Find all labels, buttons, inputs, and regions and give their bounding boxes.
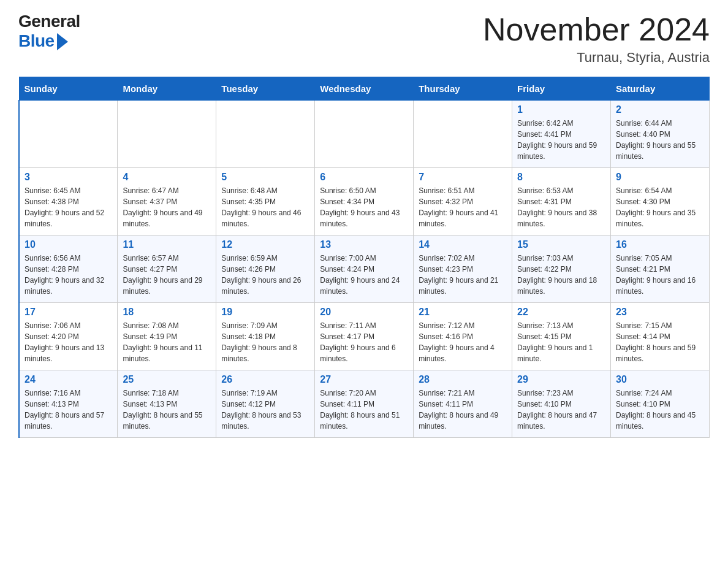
calendar-cell: 16Sunrise: 7:05 AMSunset: 4:21 PMDayligh…	[611, 236, 710, 303]
day-number: 10	[25, 239, 112, 250]
calendar-cell: 1Sunrise: 6:42 AMSunset: 4:41 PMDaylight…	[512, 101, 611, 168]
day-info: Sunrise: 6:57 AMSunset: 4:27 PMDaylight:…	[123, 253, 211, 297]
day-number: 23	[616, 307, 704, 318]
calendar-cell: 27Sunrise: 7:20 AMSunset: 4:11 PMDayligh…	[315, 370, 414, 438]
day-info: Sunrise: 7:18 AMSunset: 4:13 PMDaylight:…	[123, 388, 211, 432]
day-number: 28	[419, 374, 507, 385]
calendar-cell: 20Sunrise: 7:11 AMSunset: 4:17 PMDayligh…	[315, 303, 414, 370]
day-info: Sunrise: 7:20 AMSunset: 4:11 PMDaylight:…	[320, 388, 408, 432]
day-number: 20	[320, 307, 408, 318]
header-tuesday: Tuesday	[216, 77, 315, 101]
day-info: Sunrise: 6:44 AMSunset: 4:40 PMDaylight:…	[616, 118, 704, 162]
logo: General Blue	[18, 12, 80, 51]
header-thursday: Thursday	[414, 77, 512, 101]
calendar-cell: 15Sunrise: 7:03 AMSunset: 4:22 PMDayligh…	[512, 236, 611, 303]
day-info: Sunrise: 6:59 AMSunset: 4:26 PMDaylight:…	[221, 253, 309, 297]
day-number: 29	[517, 374, 605, 385]
day-info: Sunrise: 7:08 AMSunset: 4:19 PMDaylight:…	[123, 320, 211, 364]
calendar-table: SundayMondayTuesdayWednesdayThursdayFrid…	[18, 77, 710, 438]
calendar-cell: 10Sunrise: 6:56 AMSunset: 4:28 PMDayligh…	[19, 236, 118, 303]
calendar-week-row: 3Sunrise: 6:45 AMSunset: 4:38 PMDaylight…	[19, 168, 710, 236]
header-wednesday: Wednesday	[315, 77, 414, 101]
day-info: Sunrise: 6:54 AMSunset: 4:30 PMDaylight:…	[616, 185, 704, 229]
calendar-week-row: 24Sunrise: 7:16 AMSunset: 4:13 PMDayligh…	[19, 370, 710, 438]
logo-blue: Blue	[18, 31, 55, 51]
calendar-cell: 24Sunrise: 7:16 AMSunset: 4:13 PMDayligh…	[19, 370, 118, 438]
calendar-cell	[216, 101, 315, 168]
day-info: Sunrise: 7:02 AMSunset: 4:23 PMDaylight:…	[419, 253, 507, 297]
calendar-cell: 21Sunrise: 7:12 AMSunset: 4:16 PMDayligh…	[414, 303, 512, 370]
calendar-cell: 11Sunrise: 6:57 AMSunset: 4:27 PMDayligh…	[118, 236, 216, 303]
day-number: 7	[419, 172, 507, 183]
day-number: 17	[25, 307, 112, 318]
calendar-cell: 29Sunrise: 7:23 AMSunset: 4:10 PMDayligh…	[512, 370, 611, 438]
day-info: Sunrise: 6:45 AMSunset: 4:38 PMDaylight:…	[25, 185, 112, 229]
calendar-cell: 7Sunrise: 6:51 AMSunset: 4:32 PMDaylight…	[414, 168, 512, 236]
header-monday: Monday	[118, 77, 216, 101]
day-info: Sunrise: 7:09 AMSunset: 4:18 PMDaylight:…	[221, 320, 309, 364]
logo-arrow-icon	[57, 33, 68, 50]
calendar-cell: 18Sunrise: 7:08 AMSunset: 4:19 PMDayligh…	[118, 303, 216, 370]
day-number: 3	[25, 172, 112, 183]
header-friday: Friday	[512, 77, 611, 101]
day-number: 21	[419, 307, 507, 318]
calendar-header-row: SundayMondayTuesdayWednesdayThursdayFrid…	[19, 77, 710, 101]
calendar-cell: 19Sunrise: 7:09 AMSunset: 4:18 PMDayligh…	[216, 303, 315, 370]
calendar-cell: 2Sunrise: 6:44 AMSunset: 4:40 PMDaylight…	[611, 101, 710, 168]
calendar-cell	[414, 101, 512, 168]
day-number: 14	[419, 239, 507, 250]
day-number: 19	[221, 307, 309, 318]
day-info: Sunrise: 7:23 AMSunset: 4:10 PMDaylight:…	[517, 388, 605, 432]
day-info: Sunrise: 7:15 AMSunset: 4:14 PMDaylight:…	[616, 320, 704, 364]
day-number: 30	[616, 374, 704, 385]
calendar-cell: 8Sunrise: 6:53 AMSunset: 4:31 PMDaylight…	[512, 168, 611, 236]
day-info: Sunrise: 6:51 AMSunset: 4:32 PMDaylight:…	[419, 185, 507, 229]
day-number: 27	[320, 374, 408, 385]
calendar-cell: 12Sunrise: 6:59 AMSunset: 4:26 PMDayligh…	[216, 236, 315, 303]
day-number: 4	[123, 172, 211, 183]
day-info: Sunrise: 6:53 AMSunset: 4:31 PMDaylight:…	[517, 185, 605, 229]
calendar-cell	[315, 101, 414, 168]
title-block: November 2024 Turnau, Styria, Austria	[483, 12, 710, 66]
day-info: Sunrise: 7:24 AMSunset: 4:10 PMDaylight:…	[616, 388, 704, 432]
calendar-cell: 4Sunrise: 6:47 AMSunset: 4:37 PMDaylight…	[118, 168, 216, 236]
day-number: 22	[517, 307, 605, 318]
calendar-cell: 25Sunrise: 7:18 AMSunset: 4:13 PMDayligh…	[118, 370, 216, 438]
day-info: Sunrise: 7:12 AMSunset: 4:16 PMDaylight:…	[419, 320, 507, 364]
day-info: Sunrise: 7:03 AMSunset: 4:22 PMDaylight:…	[517, 253, 605, 297]
logo-general: General	[18, 12, 80, 31]
day-info: Sunrise: 7:13 AMSunset: 4:15 PMDaylight:…	[517, 320, 605, 364]
calendar-cell: 6Sunrise: 6:50 AMSunset: 4:34 PMDaylight…	[315, 168, 414, 236]
day-info: Sunrise: 7:00 AMSunset: 4:24 PMDaylight:…	[320, 253, 408, 297]
day-number: 13	[320, 239, 408, 250]
day-number: 8	[517, 172, 605, 183]
calendar-cell	[19, 101, 118, 168]
day-number: 16	[616, 239, 704, 250]
calendar-cell: 22Sunrise: 7:13 AMSunset: 4:15 PMDayligh…	[512, 303, 611, 370]
day-info: Sunrise: 6:48 AMSunset: 4:35 PMDaylight:…	[221, 185, 309, 229]
day-number: 11	[123, 239, 211, 250]
day-number: 9	[616, 172, 704, 183]
day-info: Sunrise: 6:56 AMSunset: 4:28 PMDaylight:…	[25, 253, 112, 297]
day-number: 2	[616, 104, 704, 115]
calendar-cell: 3Sunrise: 6:45 AMSunset: 4:38 PMDaylight…	[19, 168, 118, 236]
day-number: 5	[221, 172, 309, 183]
page-title: November 2024	[483, 12, 710, 47]
page-subtitle: Turnau, Styria, Austria	[483, 50, 710, 66]
day-number: 25	[123, 374, 211, 385]
calendar-cell	[118, 101, 216, 168]
calendar-week-row: 1Sunrise: 6:42 AMSunset: 4:41 PMDaylight…	[19, 101, 710, 168]
calendar-week-row: 17Sunrise: 7:06 AMSunset: 4:20 PMDayligh…	[19, 303, 710, 370]
day-number: 18	[123, 307, 211, 318]
day-info: Sunrise: 7:16 AMSunset: 4:13 PMDaylight:…	[25, 388, 112, 432]
header-sunday: Sunday	[19, 77, 118, 101]
calendar-cell: 14Sunrise: 7:02 AMSunset: 4:23 PMDayligh…	[414, 236, 512, 303]
page-header: General Blue November 2024 Turnau, Styri…	[18, 12, 710, 66]
day-info: Sunrise: 7:05 AMSunset: 4:21 PMDaylight:…	[616, 253, 704, 297]
day-info: Sunrise: 7:11 AMSunset: 4:17 PMDaylight:…	[320, 320, 408, 364]
day-info: Sunrise: 7:19 AMSunset: 4:12 PMDaylight:…	[221, 388, 309, 432]
calendar-cell: 23Sunrise: 7:15 AMSunset: 4:14 PMDayligh…	[611, 303, 710, 370]
day-info: Sunrise: 7:21 AMSunset: 4:11 PMDaylight:…	[419, 388, 507, 432]
calendar-cell: 9Sunrise: 6:54 AMSunset: 4:30 PMDaylight…	[611, 168, 710, 236]
day-info: Sunrise: 6:42 AMSunset: 4:41 PMDaylight:…	[517, 118, 605, 162]
